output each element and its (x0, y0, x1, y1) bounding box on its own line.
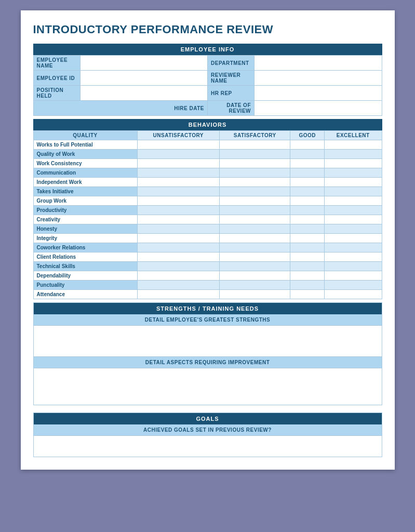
behavior-cell[interactable] (290, 168, 324, 178)
behavior-cell[interactable] (137, 187, 220, 196)
col-excellent-header: EXCELLENT (324, 131, 382, 140)
behavior-cell[interactable] (290, 262, 324, 271)
behavior-cell[interactable] (290, 196, 324, 206)
behavior-cell[interactable] (137, 243, 220, 252)
strengths-section: STRENGTHS / TRAINING NEEDS DETAIL EMPLOY… (33, 302, 382, 405)
behavior-cell[interactable] (290, 215, 324, 224)
behavior-cell[interactable] (290, 140, 324, 150)
hr-rep-value[interactable] (255, 86, 382, 101)
behavior-cell[interactable] (324, 234, 382, 243)
behavior-row: Takes Initiative (33, 187, 382, 196)
behavior-cell[interactable] (137, 140, 220, 150)
date-of-review-label: DATE OF REVIEW (208, 101, 255, 116)
behavior-cell[interactable] (324, 252, 382, 262)
behavior-cell[interactable] (220, 206, 290, 215)
behavior-cell[interactable] (324, 150, 382, 159)
behavior-cell[interactable] (137, 290, 220, 299)
behavior-cell[interactable] (220, 281, 290, 290)
behavior-cell[interactable] (137, 196, 220, 206)
behavior-name: Work Consistency (33, 159, 137, 168)
behavior-cell[interactable] (220, 234, 290, 243)
behavior-cell[interactable] (290, 159, 324, 168)
behavior-cell[interactable] (324, 243, 382, 252)
strengths-text-area[interactable] (34, 326, 382, 357)
behavior-row: Independent Work (33, 178, 382, 187)
behavior-cell[interactable] (137, 262, 220, 271)
improvement-text-area[interactable] (34, 368, 382, 405)
page: INTRODUCTORY PERFORMANCE REVIEW EMPLOYEE… (21, 10, 395, 470)
behavior-cell[interactable] (324, 159, 382, 168)
behavior-cell[interactable] (324, 290, 382, 299)
behavior-cell[interactable] (137, 168, 220, 178)
behavior-name: Productivity (33, 206, 137, 215)
behavior-cell[interactable] (324, 168, 382, 178)
behavior-cell[interactable] (137, 150, 220, 159)
behavior-cell[interactable] (137, 234, 220, 243)
employee-name-label: EMPLOYEE NAME (33, 56, 80, 71)
behavior-cell[interactable] (290, 224, 324, 234)
behavior-cell[interactable] (290, 281, 324, 290)
behavior-cell[interactable] (220, 243, 290, 252)
behavior-cell[interactable] (324, 187, 382, 196)
employee-name-value[interactable] (80, 56, 208, 71)
behaviors-table: QUALITY UNSATISFACTORY SATISFACTORY GOOD… (33, 130, 382, 299)
behavior-cell[interactable] (290, 271, 324, 281)
behavior-cell[interactable] (220, 168, 290, 178)
behavior-name: Communication (33, 168, 137, 178)
behavior-cell[interactable] (324, 224, 382, 234)
behavior-name: Takes Initiative (33, 187, 137, 196)
behavior-cell[interactable] (220, 140, 290, 150)
behavior-cell[interactable] (220, 178, 290, 187)
behavior-cell[interactable] (137, 224, 220, 234)
goals-text-area[interactable] (34, 436, 382, 457)
behavior-cell[interactable] (137, 159, 220, 168)
employee-id-value[interactable] (80, 71, 208, 86)
position-held-value[interactable] (80, 86, 208, 101)
employee-info-table: EMPLOYEE NAME DEPARTMENT EMPLOYEE ID REV… (33, 55, 382, 116)
behavior-cell[interactable] (324, 281, 382, 290)
behavior-cell[interactable] (324, 271, 382, 281)
behavior-row: Quality of Work (33, 150, 382, 159)
behavior-cell[interactable] (290, 150, 324, 159)
behavior-cell[interactable] (324, 206, 382, 215)
behavior-cell[interactable] (220, 290, 290, 299)
behavior-cell[interactable] (290, 234, 324, 243)
behavior-cell[interactable] (137, 281, 220, 290)
behavior-cell[interactable] (137, 215, 220, 224)
behavior-name: Integrity (33, 234, 137, 243)
behavior-cell[interactable] (324, 178, 382, 187)
behavior-cell[interactable] (220, 159, 290, 168)
behavior-cell[interactable] (220, 224, 290, 234)
date-of-review-value[interactable] (255, 101, 382, 116)
behavior-cell[interactable] (220, 252, 290, 262)
behavior-cell[interactable] (137, 178, 220, 187)
behavior-cell[interactable] (290, 206, 324, 215)
behavior-cell[interactable] (220, 187, 290, 196)
behavior-cell[interactable] (324, 140, 382, 150)
reviewer-name-label: REVIEWER NAME (208, 71, 255, 86)
page-title: INTRODUCTORY PERFORMANCE REVIEW (33, 23, 382, 36)
behavior-cell[interactable] (220, 196, 290, 206)
behavior-cell[interactable] (137, 271, 220, 281)
behavior-cell[interactable] (290, 252, 324, 262)
behavior-cell[interactable] (324, 262, 382, 271)
behavior-cell[interactable] (137, 206, 220, 215)
behavior-cell[interactable] (220, 262, 290, 271)
behavior-cell[interactable] (324, 196, 382, 206)
department-value[interactable] (255, 56, 382, 71)
behavior-cell[interactable] (137, 252, 220, 262)
behavior-cell[interactable] (220, 215, 290, 224)
behavior-cell[interactable] (290, 187, 324, 196)
behavior-name: Attendance (33, 290, 137, 299)
behavior-row: Work Consistency (33, 159, 382, 168)
behavior-cell[interactable] (290, 243, 324, 252)
col-satisfactory-header: SATISFACTORY (220, 131, 290, 140)
behavior-cell[interactable] (220, 150, 290, 159)
behavior-cell[interactable] (220, 271, 290, 281)
behavior-row: Coworker Relations (33, 243, 382, 252)
behavior-cell[interactable] (290, 178, 324, 187)
behavior-cell[interactable] (290, 290, 324, 299)
behavior-row: Client Relations (33, 252, 382, 262)
reviewer-name-value[interactable] (255, 71, 382, 86)
behavior-cell[interactable] (324, 215, 382, 224)
